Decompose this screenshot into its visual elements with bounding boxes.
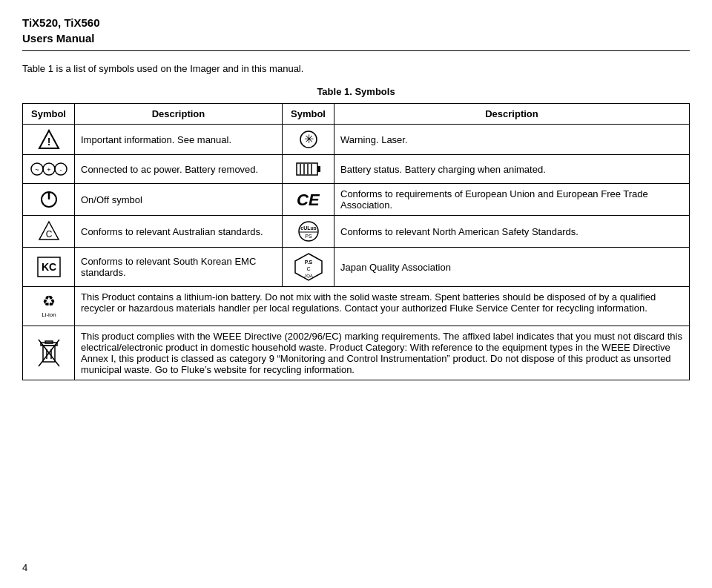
svg-text:-: - [59, 166, 62, 174]
table-row: ! Important information. See manual. ✳ W… [23, 125, 690, 155]
symbol-warning: ! [23, 125, 75, 155]
symbol-korean-emc: KC [23, 248, 75, 287]
symbol-australia: C [23, 216, 75, 248]
symbol-battery [283, 155, 334, 184]
desc-korean-emc: Conforms to relevant South Korean EMC st… [75, 248, 283, 287]
svg-text:Li-ion: Li-ion [42, 311, 56, 318]
desc-battery: Battery status. Battery charging when an… [334, 155, 690, 184]
svg-text:C: C [45, 229, 52, 240]
table-row: ~ + - Connected to ac power. Battery rem… [23, 155, 690, 184]
svg-text:~: ~ [35, 166, 39, 174]
desc-jqa: Japan Quality Association [334, 248, 690, 287]
table-row: C Conforms to relevant Australian standa… [23, 216, 690, 248]
svg-text:♻: ♻ [42, 293, 56, 309]
desc-weee: This product complies with the WEEE Dire… [75, 326, 690, 380]
desc-ce: Conforms to requirements of European Uni… [334, 184, 690, 216]
symbol-onoff [23, 184, 75, 216]
svg-rect-10 [297, 163, 317, 175]
col-header-desc1: Description [75, 104, 283, 125]
svg-text:!: ! [47, 136, 50, 148]
desc-warning: Important information. See manual. [75, 125, 283, 155]
symbol-liion: ♻ Li-ion [23, 287, 75, 326]
header-divider [22, 50, 690, 51]
svg-text:JQA: JQA [304, 274, 313, 278]
svg-text:✳: ✳ [303, 133, 313, 145]
table-row: On/Off symbol CE Conforms to requirement… [23, 184, 690, 216]
desc-liion: This Product contains a lithium-ion batt… [75, 287, 690, 326]
symbol-weee [23, 326, 75, 380]
col-header-symbol2: Symbol [283, 104, 334, 125]
col-header-desc2: Description [334, 104, 690, 125]
header-title: TiX520, TiX560 Users Manual [22, 15, 690, 46]
table-row-weee: This product complies with the WEEE Dire… [23, 326, 690, 380]
desc-ul: Conforms to relevant North American Safe… [334, 216, 690, 248]
intro-text: Table 1 is a list of symbols used on the… [22, 63, 690, 74]
col-header-symbol1: Symbol [23, 104, 75, 125]
symbol-ac-power: ~ + - [23, 155, 75, 184]
svg-text:P.S: P.S [304, 260, 312, 265]
desc-onoff: On/Off symbol [75, 184, 283, 216]
svg-text:KC: KC [41, 261, 56, 273]
table-row-liion: ♻ Li-ion This Product contains a lithium… [23, 287, 690, 326]
symbols-table: Symbol Description Symbol Description ! … [22, 103, 690, 380]
desc-ac-power: Connected to ac power. Battery removed. [75, 155, 283, 184]
svg-text:cULus: cULus [300, 225, 317, 231]
svg-rect-11 [317, 166, 320, 172]
svg-text:C: C [306, 266, 310, 271]
table-title: Table 1. Symbols [22, 86, 690, 97]
desc-australia: Conforms to relevant Australian standard… [75, 216, 283, 248]
svg-text:CE: CE [297, 191, 320, 209]
symbol-ce: CE [283, 184, 334, 216]
table-row: KC Conforms to relevant South Korean EMC… [23, 248, 690, 287]
svg-text:PS: PS [305, 234, 312, 239]
symbol-laser: ✳ [283, 125, 334, 155]
svg-text:+: + [47, 166, 50, 174]
symbol-ul: cULus PS [283, 216, 334, 248]
desc-laser: Warning. Laser. [334, 125, 690, 155]
symbol-jqa: P.S C JQA [283, 248, 334, 287]
